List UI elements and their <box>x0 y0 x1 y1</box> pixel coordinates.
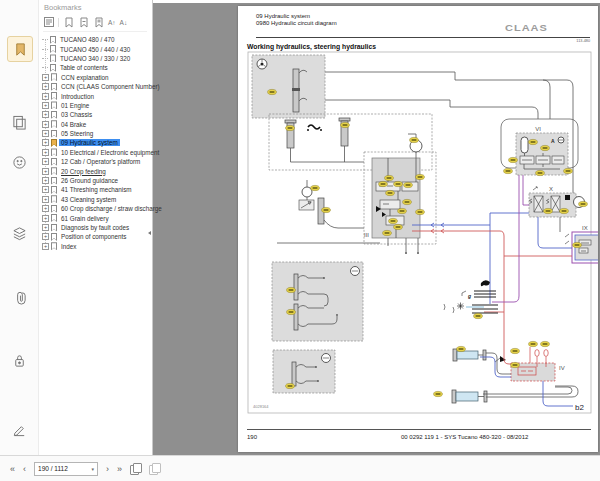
bookmark-icon <box>51 224 57 232</box>
bookmarks-tool-icon[interactable] <box>7 36 33 62</box>
statusbar: « ‹ 190 / 1112 ▾ › » <box>0 455 600 481</box>
expander-icon[interactable]: + <box>42 177 49 184</box>
callout-number <box>531 141 536 142</box>
single-page-view-icon[interactable] <box>130 463 141 474</box>
bookmark-item[interactable]: +10 Electrical / Electronic equipment <box>42 148 146 157</box>
expander-icon[interactable]: + <box>42 205 49 212</box>
hose-line <box>486 386 578 397</box>
bookmark-icon <box>51 158 57 166</box>
expander-icon[interactable]: + <box>42 111 49 118</box>
bookmark-item[interactable]: +01 Engine <box>42 101 146 110</box>
callout-number <box>288 385 293 386</box>
valve-block-x <box>529 187 585 217</box>
next-page-button[interactable]: › <box>106 464 109 474</box>
increase-text-size-icon[interactable]: A↑ <box>108 18 116 27</box>
new-bookmark-icon[interactable] <box>63 17 74 28</box>
callout-number <box>543 343 548 344</box>
footer-page-number: 190 <box>247 434 257 440</box>
bookmark-icon <box>51 205 57 213</box>
expander-icon[interactable]: + <box>42 74 49 81</box>
bookmark-item[interactable]: +Introduction <box>42 91 146 100</box>
document-page[interactable]: III VI A <box>238 6 598 452</box>
expander-icon[interactable]: + <box>42 139 49 146</box>
footer-rule <box>247 429 591 430</box>
page-number-field[interactable]: 190 / 1112 ▾ <box>34 462 98 476</box>
bookmark-item[interactable]: +03 Chassis <box>42 110 146 119</box>
first-page-button[interactable]: « <box>10 464 15 474</box>
expander-icon[interactable]: + <box>42 186 49 193</box>
expander-icon[interactable]: + <box>42 93 49 100</box>
bookmark-item[interactable]: +Position of components <box>42 232 146 241</box>
expander-icon[interactable]: + <box>42 224 49 231</box>
previous-page-button[interactable]: ‹ <box>23 464 26 474</box>
expander-icon[interactable]: + <box>42 168 49 175</box>
bookmark-icon <box>51 120 57 128</box>
figure-id: 4028164 <box>253 404 269 409</box>
facing-pages-view-icon[interactable] <box>149 463 160 474</box>
bookmark-item[interactable]: +41 Threshing mechanism <box>42 185 146 194</box>
bookmark-item[interactable]: +Index <box>42 242 146 251</box>
callout-number <box>343 124 348 125</box>
callout-number <box>418 211 423 212</box>
last-page-button[interactable]: » <box>117 464 122 474</box>
expander-icon[interactable]: + <box>42 83 49 90</box>
security-tool-icon[interactable] <box>7 348 31 372</box>
bookmark-icon <box>51 111 57 119</box>
bookmark-item[interactable]: TUCANO 340 / 330 / 320 <box>42 54 146 63</box>
bookmark-item[interactable]: +Diagnosis by fault codes <box>42 223 146 232</box>
bookmark-item[interactable]: TUCANO 450 / 440 / 430 <box>42 44 146 53</box>
bookmark-settings-icon[interactable] <box>93 17 104 28</box>
bookmark-item[interactable]: +61 Grain delivery <box>42 213 146 222</box>
comments-tool-icon[interactable] <box>7 150 31 174</box>
single-cylinder-box <box>273 350 335 393</box>
callout-number <box>562 210 567 211</box>
pages-tool-icon[interactable] <box>7 110 31 134</box>
hose-line <box>483 387 572 394</box>
expander-icon[interactable]: + <box>42 233 49 240</box>
bookmark-item[interactable]: +60 Crop discharge / straw discharge <box>42 204 146 213</box>
bookmark-item[interactable]: +43 Cleaning system <box>42 195 146 204</box>
bookmark-icon <box>50 45 56 53</box>
expander-icon[interactable]: + <box>42 149 49 156</box>
expander-icon[interactable]: + <box>42 158 49 165</box>
signatures-tool-icon[interactable] <box>7 417 31 441</box>
section-title: Working hydraulics, steering hydraulics <box>247 43 376 50</box>
panel-scrollbar-arrow[interactable] <box>148 231 151 235</box>
callout-number <box>387 177 392 178</box>
expander-icon[interactable]: + <box>42 130 49 137</box>
panel-options-icon[interactable] <box>43 17 54 28</box>
delete-bookmark-icon[interactable] <box>78 17 89 28</box>
bookmark-item[interactable]: TUCANO 480 / 470 <box>42 35 146 44</box>
bookmark-item-label: Introduction <box>59 93 96 100</box>
bookmark-item[interactable]: Table of contents <box>42 63 146 72</box>
callout-number <box>270 91 275 92</box>
bookmark-item-label: 41 Threshing mechanism <box>59 186 134 193</box>
port-letter-a: A <box>551 138 555 144</box>
attachments-tool-icon[interactable] <box>7 285 31 309</box>
bookmark-item[interactable]: +CCN (CLAAS Component Number) <box>42 82 146 91</box>
bookmark-item-label: 10 Electrical / Electronic equipment <box>59 149 161 156</box>
expander-icon[interactable]: + <box>42 196 49 203</box>
doc-header-line2: 0980 Hydraulic circuit diagram <box>256 20 337 27</box>
layers-tool-icon[interactable] <box>7 221 31 245</box>
callout-number <box>406 184 411 185</box>
expander-icon[interactable]: + <box>42 102 49 109</box>
page-dropdown-arrow-icon[interactable]: ▾ <box>92 466 95 472</box>
pressure-line-blue <box>490 213 529 225</box>
bookmark-item[interactable]: +05 Steering <box>42 129 146 138</box>
bookmark-item[interactable]: +04 Brake <box>42 120 146 129</box>
bookmark-item-label: 60 Crop discharge / straw discharge <box>59 205 164 212</box>
callout-number <box>288 127 293 128</box>
callout-number <box>412 139 417 140</box>
decrease-text-size-icon[interactable]: A↓ <box>120 18 128 27</box>
bookmark-item[interactable]: +20 Crop feeding <box>42 166 146 175</box>
bookmark-item[interactable]: +CCN explanation <box>42 73 146 82</box>
section-label-vi: VI <box>535 126 541 132</box>
bookmark-item[interactable]: +09 Hydraulic system <box>42 138 146 147</box>
expander-icon[interactable]: + <box>42 243 49 250</box>
bookmark-item-label: 61 Grain delivery <box>59 215 111 222</box>
bookmark-item[interactable]: +12 Cab / Operator's platform <box>42 157 146 166</box>
expander-icon[interactable]: + <box>42 121 49 128</box>
bookmark-item[interactable]: +26 Ground guidance <box>42 176 146 185</box>
expander-icon[interactable]: + <box>42 215 49 222</box>
